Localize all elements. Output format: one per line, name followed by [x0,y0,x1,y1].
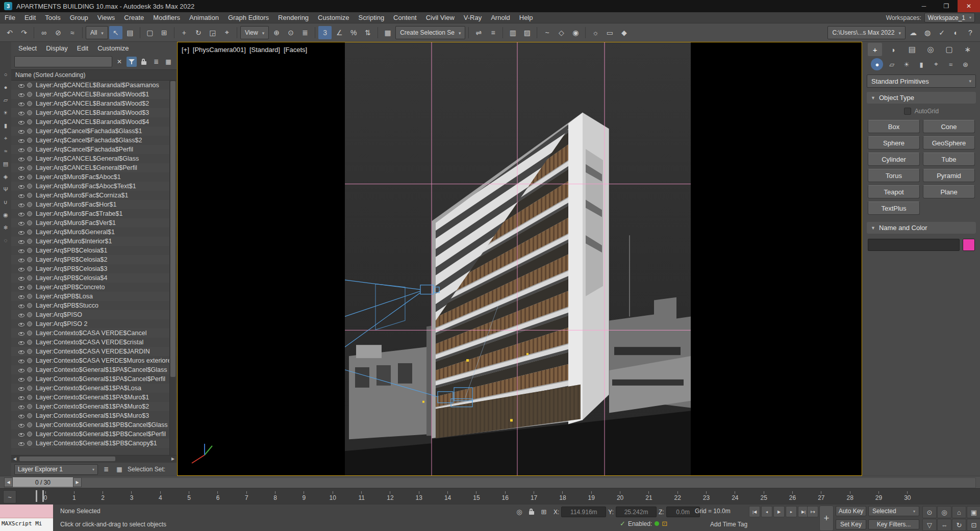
selection-lock-icon[interactable] [526,507,537,517]
timeline-tick[interactable]: 26 [786,491,799,501]
timeline-tick[interactable]: 4 [154,491,167,501]
menu-item[interactable]: Content [389,12,421,23]
visibility-eye-icon[interactable] [18,441,24,446]
helpers-category-icon[interactable]: ⌖ [930,58,942,70]
layer-row[interactable]: Layer:Arq$Cancel$Fachada$Glass$2 [11,136,177,145]
bind-to-space-warp-icon[interactable]: ≈ [66,26,79,39]
layer-row[interactable]: Layer:Arq$PISO [11,310,177,319]
rectangular-selection-region-icon[interactable]: ▢ [143,26,157,39]
timeline-tick[interactable]: 19 [585,491,598,501]
layer-row[interactable]: Layer:Arq$Muro$Fac$Aboc$Text$1 [11,182,177,191]
viewport-style-menu[interactable]: [Standard] [249,46,280,54]
rendered-frame-window-icon[interactable]: ▭ [603,26,616,39]
toggle-scene-explorer-icon[interactable]: ▥ [506,26,519,39]
selection-filter-dropdown[interactable]: All [86,26,108,39]
freeze-dot-icon[interactable] [27,266,32,271]
layer-row[interactable]: Layer:Contexto$CASA VERDE$Muros exterior… [11,356,177,365]
redo-icon[interactable]: ↷ [17,26,31,39]
menu-item[interactable]: Views [93,12,119,23]
close-button[interactable]: ✕ [958,0,980,12]
layer-row[interactable]: Layer:Arq$Muro$General$1 [11,227,177,237]
timeline-tick[interactable]: 3 [125,491,138,501]
display-hidden-icon[interactable]: ◌ [2,236,10,244]
menu-item[interactable]: Customize [313,12,354,23]
zoom-button[interactable]: ⊙ [922,506,937,518]
workspace-dropdown[interactable]: Workspace_1▾ [924,13,975,22]
visibility-eye-icon[interactable] [18,193,24,198]
geometry-category-icon[interactable]: ● [871,58,883,70]
horizontal-scrollbar[interactable]: ◀ ▶ [11,455,177,463]
visibility-eye-icon[interactable] [18,184,24,189]
geosphere-button[interactable]: GeoSphere [923,136,975,149]
freeze-dot-icon[interactable] [27,358,32,363]
timeline-tick[interactable]: 28 [843,491,857,501]
scroll-right-icon[interactable]: ▶ [169,456,177,462]
timeline-tick[interactable]: 7 [240,491,253,501]
menu-item[interactable]: Create [119,12,148,23]
textplus-button[interactable]: TextPlus [868,201,920,215]
select-and-scale-icon[interactable]: ◲ [206,26,219,39]
layer-row[interactable]: Layer:Arq$PB$Celosia$3 [11,264,177,273]
align-icon[interactable]: ≡ [486,26,499,39]
layer-row[interactable]: Layer:Arq$PISO 2 [11,319,177,328]
display-groups-icon[interactable]: ▤ [2,160,10,168]
display-bones-icon[interactable]: Ψ [2,185,10,193]
layer-row[interactable]: Layer:Arq$CANCEL$Barandal$Wood$3 [11,108,177,117]
spinner-snap-icon[interactable]: ⇅ [361,26,374,39]
layer-row[interactable]: Layer:Contexto$General$1$PB$Cancel$Perfi… [11,429,177,439]
timeline-tick[interactable]: 10 [326,491,339,501]
timeline-tick[interactable]: 15 [470,491,483,501]
filter-icon[interactable] [127,57,137,67]
menu-item[interactable]: V-Ray [459,12,486,23]
select-by-name-icon[interactable]: ▤ [123,26,137,39]
auto-key-button[interactable]: Auto Key [836,506,866,516]
menu-item[interactable]: Scripting [354,12,389,23]
display-containers-icon[interactable]: ∪ [2,198,10,206]
use-pivot-point-center-icon[interactable]: ⊕ [270,26,283,39]
window-crossing-icon[interactable]: ⊞ [158,26,171,39]
visibility-eye-icon[interactable] [18,239,24,244]
mirror-icon[interactable]: ⇌ [472,26,485,39]
freeze-dot-icon[interactable] [27,101,32,106]
next-frame-arrow-icon[interactable]: ▶ [73,477,82,487]
freeze-dot-icon[interactable] [27,129,32,134]
tube-button[interactable]: Tube [923,153,975,166]
visibility-eye-icon[interactable] [18,303,24,309]
select-and-rotate-icon[interactable]: ↻ [192,26,205,39]
menu-item[interactable]: Animation [185,12,223,23]
freeze-dot-icon[interactable] [27,303,32,308]
macro-recorder-pane[interactable] [0,504,53,518]
previous-frame-arrow-icon[interactable]: ◀ [4,477,13,487]
visibility-eye-icon[interactable] [18,376,24,382]
scrollbar-thumb[interactable] [19,457,115,461]
unlink-selection-icon[interactable]: ⊘ [52,26,65,39]
autodesk-account-icon[interactable]: ◐ [949,26,963,39]
freeze-dot-icon[interactable] [27,349,32,354]
motion-tab[interactable]: ◎ [923,43,938,56]
layer-row[interactable]: Layer:Contexto$General$1$PA$Muro$3 [11,411,177,420]
play-button[interactable]: ▶ [773,506,785,517]
next-frame-button[interactable]: ▸ [786,506,797,517]
explorer-grid-icon[interactable]: ▦ [114,464,124,474]
layer-row[interactable]: Layer:Arq$Muro$Fac$Hor$1 [11,200,177,209]
edit-named-selection-sets-icon[interactable]: ▦ [381,26,394,39]
layer-row[interactable]: Layer:Arq$Cancel$Fachada$Glass$1 [11,127,177,136]
torus-button[interactable]: Torus [868,169,920,182]
material-editor-icon[interactable]: ◉ [569,26,582,39]
viewport-shading-menu[interactable]: [Facets] [284,46,307,54]
visibility-eye-icon[interactable] [18,257,24,263]
scene-script-icon[interactable]: ⊡ [662,520,667,527]
timeline-tick[interactable]: 30 [901,491,914,501]
minimize-button[interactable]: ─ [913,0,935,12]
cylinder-button[interactable]: Cylinder [868,153,920,166]
timeline-tick[interactable]: 12 [384,491,397,501]
timeline-tick[interactable]: 22 [671,491,684,501]
freeze-dot-icon[interactable] [27,376,32,382]
set-keys-button[interactable]: + [819,505,834,531]
timeline-tick[interactable]: 29 [872,491,886,501]
freeze-dot-icon[interactable] [27,156,32,161]
timeline-tick[interactable]: 14 [441,491,455,501]
layer-row[interactable]: Layer:Arq$Muro$Fac$Ver$1 [11,218,177,227]
freeze-dot-icon[interactable] [27,165,32,170]
display-frozen-icon[interactable]: ❄ [2,223,10,232]
